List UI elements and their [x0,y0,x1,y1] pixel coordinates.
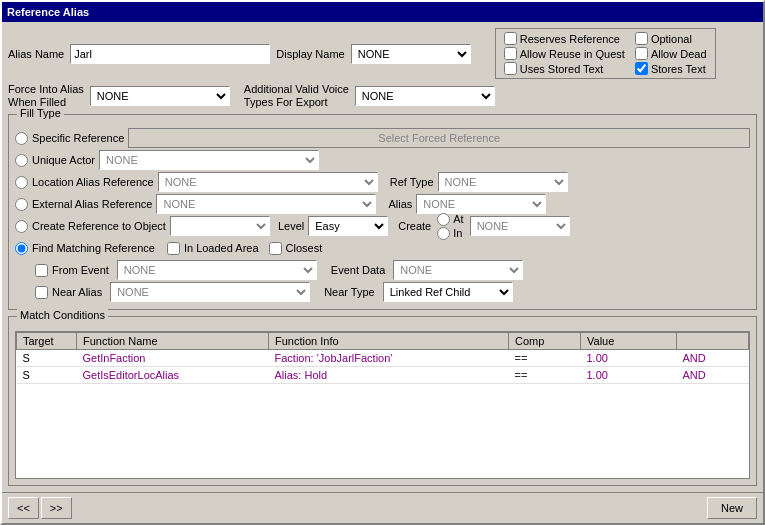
create-at-radio[interactable] [437,213,450,226]
flags-group: Reserves Reference Optional Allow Reuse … [495,28,716,79]
uses-stored-text-label: Uses Stored Text [520,63,604,75]
near-type-label: Near Type [324,286,375,298]
uses-stored-text-row: Uses Stored Text [504,62,625,75]
cell-function-info: Faction: 'JobJarlFaction' [269,350,509,367]
alias-row: Alias Name Jarl Display Name NONE Reserv… [8,28,757,79]
create-in-label: In [453,227,462,239]
fill-type-title: Fill Type [17,107,64,119]
location-alias-radio[interactable] [15,176,28,189]
from-event-select[interactable]: NONE [117,260,317,280]
create-at-label: At [453,213,463,225]
create-ref-row: Create Reference to Object Level Easy Me… [15,215,750,237]
reserves-reference-label: Reserves Reference [520,33,620,45]
specific-ref-row: Specific Reference Select Forced Referen… [15,127,750,149]
location-alias-select[interactable]: NONE [158,172,378,192]
select-forced-ref[interactable]: Select Forced Reference [128,128,750,148]
create-at-select[interactable]: NONE [470,216,570,236]
alias-name-label: Alias Name [8,48,64,60]
ref-type-label: Ref Type [390,176,434,188]
col-logic-header [677,333,749,350]
near-alias-select[interactable]: NONE [110,282,310,302]
unique-actor-select[interactable]: NONE [99,150,319,170]
event-data-select[interactable]: NONE [393,260,523,280]
closest-checkbox[interactable] [269,242,282,255]
col-function-name-header: Function Name [77,333,269,350]
alias-group: Alias NONE [388,194,546,214]
from-event-label: From Event [52,264,109,276]
level-select[interactable]: Easy Medium Hard [308,216,388,236]
col-comp-header: Comp [509,333,581,350]
create-in-radio[interactable] [437,227,450,240]
col-value-header: Value [581,333,677,350]
force-label-group: Force Into Alias When Filled [8,83,84,108]
content-area: Alias Name Jarl Display Name NONE Reserv… [2,22,763,492]
stores-text-checkbox[interactable] [635,62,648,75]
match-conditions-group: Match Conditions Target Function Name Fu… [8,316,757,486]
unique-actor-label: Unique Actor [32,154,95,166]
optional-label: Optional [651,33,692,45]
cell-logic: AND [677,367,749,384]
create-radios-group: At In [437,213,463,240]
cell-logic: AND [677,350,749,367]
allow-dead-checkbox[interactable] [635,47,648,60]
find-matching-radio[interactable] [15,242,28,255]
cell-value: 1.00 [581,367,677,384]
allow-reuse-checkbox[interactable] [504,47,517,60]
specific-ref-radio[interactable] [15,132,28,145]
create-ref-radio[interactable] [15,220,28,233]
specific-ref-label: Specific Reference [32,132,124,144]
table-row[interactable]: S GetInFaction Faction: 'JobJarlFaction'… [17,350,749,367]
display-name-select[interactable]: NONE [351,44,471,64]
window: Reference Alias Alias Name Jarl Display … [0,0,765,525]
voice-label-group: Additional Valid Voice Types For Export [244,83,349,108]
new-button[interactable]: New [707,497,757,519]
unique-actor-radio[interactable] [15,154,28,167]
from-event-checkbox[interactable] [35,264,48,277]
optional-checkbox[interactable] [635,32,648,45]
prev-button[interactable]: << [8,497,39,519]
col-target-header: Target [17,333,77,350]
allow-dead-label: Allow Dead [651,48,707,60]
bottom-bar: << >> New [2,492,763,523]
force-into-alias-select[interactable]: NONE [90,86,230,106]
match-conditions-table-container: Target Function Name Function Info Comp … [15,331,750,479]
alias-select[interactable]: NONE [416,194,546,214]
reserves-ref-row: Reserves Reference [504,32,625,45]
external-alias-radio[interactable] [15,198,28,211]
find-matching-row: Find Matching Reference In Loaded Area C… [15,237,750,259]
voice-types-select[interactable]: NONE [355,86,495,106]
allow-reuse-label: Allow Reuse in Quest [520,48,625,60]
cell-comp: == [509,367,581,384]
external-alias-label: External Alias Reference [32,198,152,210]
create-at-row: At [437,213,463,226]
nav-buttons: << >> [8,497,72,519]
optional-row: Optional [635,32,707,45]
near-alias-row: Near Alias NONE Near Type Linked Ref Chi… [35,281,750,303]
cell-function-name: GetInFaction [77,350,269,367]
location-alias-label: Location Alias Reference [32,176,154,188]
additional-voice-label: Additional Valid Voice [244,83,349,95]
match-conditions-table: Target Function Name Function Info Comp … [16,332,749,384]
title-text: Reference Alias [7,6,89,18]
match-conditions-title: Match Conditions [17,309,108,321]
near-type-select[interactable]: Linked Ref Child [383,282,513,302]
cell-value: 1.00 [581,350,677,367]
near-alias-checkbox[interactable] [35,286,48,299]
uses-stored-text-checkbox[interactable] [504,62,517,75]
next-button[interactable]: >> [41,497,72,519]
cell-comp: == [509,350,581,367]
from-event-row: From Event NONE Event Data NONE [35,259,750,281]
create-ref-object-select[interactable] [170,216,270,236]
title-bar: Reference Alias [2,2,763,22]
external-alias-select[interactable]: NONE [156,194,376,214]
cell-target: S [17,367,77,384]
in-loaded-area-label: In Loaded Area [184,242,259,254]
reserves-reference-checkbox[interactable] [504,32,517,45]
table-row[interactable]: S GetIsEditorLocAlias Alias: Hold == 1.0… [17,367,749,384]
ref-type-select[interactable]: NONE [438,172,568,192]
location-alias-row: Location Alias Reference NONE Ref Type N… [15,171,750,193]
alias-name-input[interactable]: Jarl [70,44,270,64]
in-loaded-area-checkbox[interactable] [167,242,180,255]
event-data-label: Event Data [331,264,385,276]
allow-dead-row: Allow Dead [635,47,707,60]
